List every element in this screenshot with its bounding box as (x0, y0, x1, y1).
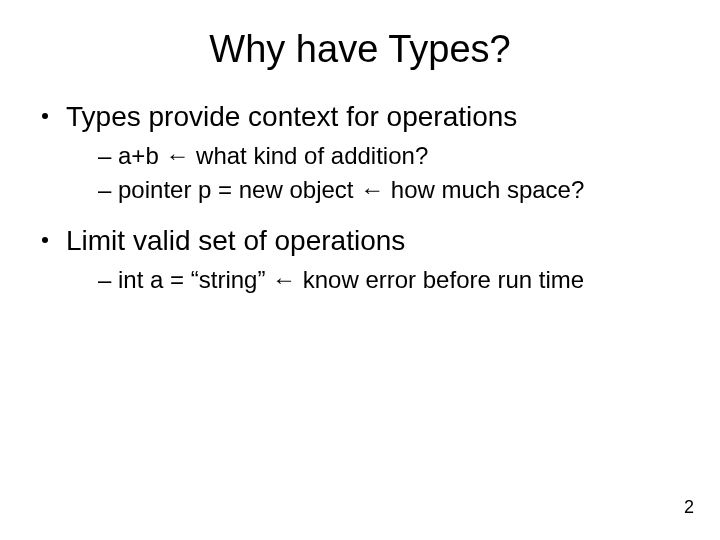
sub-bullet: – a+b ← what kind of addition? (42, 140, 690, 172)
slide-title: Why have Types? (0, 0, 720, 99)
page-number: 2 (684, 497, 694, 518)
bullet-text: Types provide context for operations (66, 99, 517, 134)
sub-bullet: – int a = “string” ← know error before r… (42, 264, 690, 296)
bullet-dot-icon (42, 113, 48, 119)
bullet-item: Types provide context for operations (42, 99, 690, 134)
bullet-item: Limit valid set of operations (42, 223, 690, 258)
slide-body: Types provide context for operations – a… (0, 99, 720, 296)
sub-bullet: – pointer p = new object ← how much spac… (42, 174, 690, 206)
bullet-text: Limit valid set of operations (66, 223, 405, 258)
bullet-dot-icon (42, 237, 48, 243)
